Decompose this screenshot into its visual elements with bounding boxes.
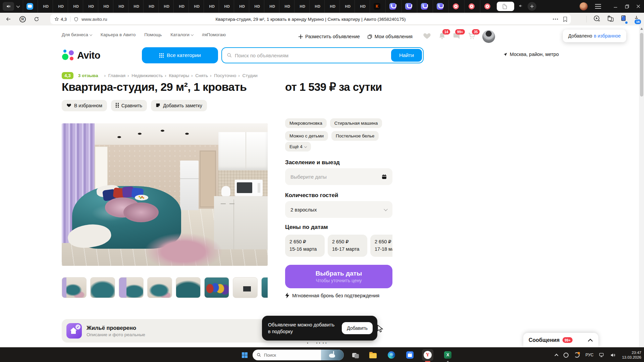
browser-tab[interactable]: HD [98,0,113,13]
cart-icon[interactable]: 35 [468,32,476,41]
browser-tab[interactable]: HD [173,0,189,13]
browser-tab[interactable]: HD [143,0,158,13]
chevron-up-icon[interactable] [588,339,593,342]
tab-audio-button[interactable] [3,2,14,11]
top-nav-item[interactable]: Карьера в Авито [101,32,136,37]
breadcrumb-item[interactable]: Снять [191,73,208,78]
browser-tab[interactable]: HD [38,0,53,13]
action-button[interactable]: Добавить заметку [151,100,207,111]
window-minimize-button[interactable] [610,0,621,13]
top-nav-item[interactable]: #яПомогаю [202,32,226,37]
amenity-tag[interactable]: Стиральная машина [330,118,382,128]
collections-icon[interactable] [607,15,614,23]
breadcrumb-item[interactable]: Посуточно [210,73,236,78]
browser-tab[interactable]: HD [339,0,355,13]
price-card[interactable]: 2 650 ₽ 16-17 марта [328,235,367,257]
breadcrumb-item[interactable]: Студии [238,73,258,78]
price-card[interactable]: 2 650 ₽ 17-18 марта [370,235,392,257]
browser-tab[interactable]: HD [53,0,68,13]
browser-tab[interactable] [23,0,38,13]
all-categories-button[interactable]: Все категории [142,47,218,63]
scrollbar-thumb[interactable] [640,33,643,97]
taskbar-search[interactable]: Поиск [253,350,344,360]
toast-add-button[interactable]: Добавить [342,322,373,334]
browser-tab[interactable]: HD [249,0,264,13]
volume-icon[interactable] [610,353,616,358]
browser-tab[interactable] [417,0,433,13]
language-indicator[interactable]: РУС [585,353,593,357]
photo-thumbnail[interactable] [62,277,87,298]
action-button[interactable]: Сравнить [111,100,147,111]
browser-tab[interactable] [401,0,417,13]
site-rating[interactable]: 4,3 [54,17,67,22]
choose-dates-button[interactable]: Выбрать даты Чтобы уточнить цену [285,265,392,288]
photo-thumbnail[interactable] [233,277,258,298]
listing-photo[interactable] [62,123,268,266]
browser-tab[interactable]: HD [219,0,234,13]
browser-tab[interactable]: HD [309,0,324,13]
browser-tab[interactable]: HD [324,0,339,13]
window-close-button[interactable] [633,0,644,13]
taskbar-clock[interactable]: 23:47 13.03.2026 [622,350,641,360]
reload-button[interactable] [32,14,42,24]
photo-thumbnail[interactable] [90,277,115,298]
network-icon[interactable] [599,353,605,358]
action-button[interactable]: В избранном [62,100,107,111]
amenity-tag[interactable]: Микроволновка [285,118,327,128]
new-tab-button[interactable] [528,2,536,11]
yandex-browser-icon[interactable] [422,349,433,361]
edge-icon[interactable] [386,349,397,361]
tray-expand-icon[interactable] [555,354,558,357]
browser-tab[interactable]: HD [189,0,204,13]
browser-tab[interactable]: HD [158,0,173,13]
breadcrumb-item[interactable]: Квартиры [165,73,189,78]
top-nav-item[interactable]: Каталоги [170,32,193,37]
tab-mute-icon[interactable] [519,3,523,9]
browser-tab[interactable] [497,2,514,11]
favorites-icon[interactable] [423,32,431,41]
browser-tab[interactable]: HD [264,0,279,13]
guests-select[interactable]: 2 взрослых [285,201,392,218]
video-player-icon[interactable] [593,15,600,23]
photo-thumbnail[interactable] [147,277,172,298]
browser-tab[interactable] [448,0,464,13]
photo-thumbnail[interactable] [261,277,268,298]
task-view-button[interactable] [350,349,361,361]
browser-tab[interactable] [370,0,385,13]
avito-logo-icon[interactable] [62,49,74,62]
back-button[interactable] [3,14,13,24]
window-restore-button[interactable] [621,0,633,13]
notifications-icon[interactable]: 14 [438,32,446,41]
top-nav-item[interactable]: Помощь [144,32,162,37]
browser-tab[interactable] [433,0,448,13]
browser-profile-avatar[interactable] [580,2,588,10]
excel-icon[interactable] [442,349,453,361]
photo-thumbnail[interactable] [204,277,229,298]
browser-tab[interactable] [480,0,496,13]
top-nav-item[interactable]: Для бизнеса [62,32,92,37]
browser-tab[interactable] [385,0,401,13]
amenity-tag[interactable]: Постельное белье [331,131,379,141]
browser-menu-icon[interactable] [595,4,601,9]
breadcrumb-item[interactable]: Главная [104,73,125,78]
browser-tab[interactable]: HD [83,0,98,13]
messages-icon[interactable]: 99+ [453,32,461,41]
post-ad-link[interactable]: Разместить объявление [299,34,360,39]
chevron-down-icon[interactable] [16,4,20,8]
downloads-icon[interactable]: 16 [634,15,639,23]
browser-tab[interactable]: HD [279,0,294,13]
breadcrumb-item[interactable]: Недвижимость [127,73,163,78]
browser-tab[interactable]: HD [234,0,249,13]
my-ads-link[interactable]: Мои объявления [367,34,413,39]
more-tags-button[interactable]: Ещё 4 [285,142,311,152]
browser-tab[interactable]: HD [294,0,309,13]
page-scrollbar[interactable] [639,25,644,347]
photo-thumbnail[interactable] [119,277,144,298]
browser-tab[interactable]: HD [355,0,370,13]
shield-icon[interactable] [74,17,78,22]
date-input[interactable] [290,174,381,180]
browser-tab[interactable]: HD [68,0,83,13]
more-icon[interactable] [553,18,558,20]
search-button[interactable]: Найти [391,49,422,62]
tray-app-icon[interactable] [564,353,569,358]
